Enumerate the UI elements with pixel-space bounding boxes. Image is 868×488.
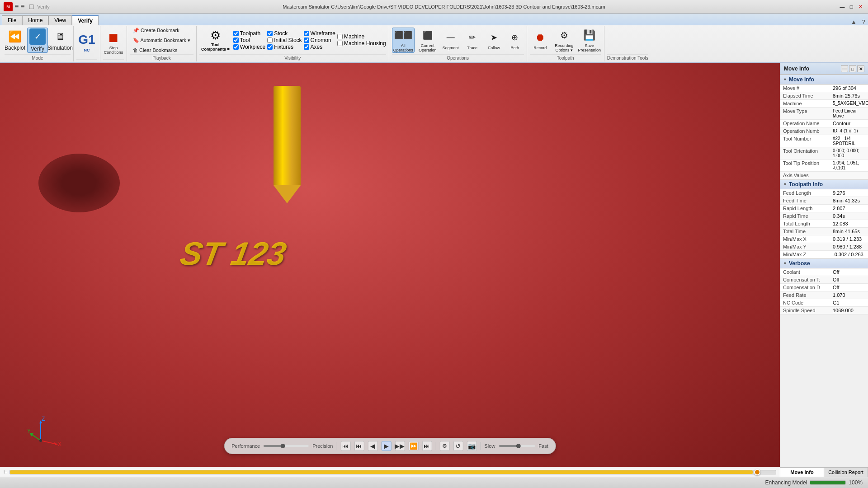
play-button[interactable]: ▶: [381, 441, 391, 451]
feed-length-row: Feed Length 9.276: [780, 189, 868, 197]
window-title: Mastercam Simulator C:\Users\tim\Google …: [50, 4, 838, 9]
checkbox-workpiece[interactable]: Workpiece: [233, 44, 265, 50]
move-number-row: Move # 296 of 304: [780, 84, 868, 92]
verbose-section-header[interactable]: ▼ Verbose: [780, 258, 868, 268]
checkbox-axes[interactable]: Axes: [304, 44, 335, 50]
speed-thumb[interactable]: [516, 444, 521, 448]
minmax-y-row: Min/Max Y 0.980 / 1.288: [780, 243, 868, 251]
checkbox-tool[interactable]: Tool: [233, 37, 265, 43]
clear-bookmarks-button[interactable]: 🗑 Clear Bookmarks: [130, 46, 180, 54]
separator1: [336, 442, 337, 450]
camera-button[interactable]: 📷: [467, 441, 476, 451]
rapid-time-row: Rapid Time 0.34s: [780, 212, 868, 220]
svg-point-20: [39, 439, 42, 442]
simulation-button[interactable]: 🖥 Simulation: [50, 28, 71, 53]
panel-float-button[interactable]: □: [849, 65, 856, 72]
follow-button[interactable]: ➤ Follow: [484, 28, 504, 53]
visibility-group-label: Visibility: [199, 54, 386, 61]
auto-bookmark-button[interactable]: 🔖 Automatic Bookmark ▾: [130, 36, 193, 45]
viewport[interactable]: ST 123 Z Y X Performance Precision: [0, 63, 780, 477]
stop-group-label: [103, 59, 124, 61]
checkbox-initial-stock[interactable]: Initial Stock: [267, 37, 302, 43]
trace-button[interactable]: ✏ Trace: [462, 28, 482, 53]
all-operations-button[interactable]: ⬛⬛ AllOperations: [392, 28, 415, 53]
forward-end-button[interactable]: ⏭: [422, 441, 432, 451]
right-panel-header: Move Info — □ ✕: [780, 63, 868, 75]
app-logo: M: [4, 2, 13, 11]
panel-close-button[interactable]: ✕: [857, 65, 864, 72]
checkbox-gnomon[interactable]: Gnomon: [304, 37, 335, 43]
record-button[interactable]: ⏺ Record: [530, 28, 551, 53]
recording-options-button[interactable]: ⚙ RecordingOptions ▾: [552, 28, 576, 53]
checkbox-machine[interactable]: Machine: [337, 33, 386, 40]
hole-left: [38, 154, 120, 212]
progress-track[interactable]: [9, 470, 776, 474]
rewind-button[interactable]: ⏮: [354, 441, 364, 451]
demo-tools-group-label: Demonstration Tools: [607, 54, 648, 61]
move-info-section-label: Move Info: [789, 76, 814, 83]
operations-group-label: Operations: [392, 54, 524, 61]
tab-verify[interactable]: Verify: [72, 15, 99, 25]
ribbon-group-gc: G1 NC: [74, 26, 100, 61]
enhancing-track: [810, 480, 846, 485]
enhancing-label: Enhancing Model: [765, 479, 807, 486]
bottom-tabs: Move Info Collision Report: [780, 467, 868, 477]
stop-conditions-button[interactable]: ⏹ StopConditions: [103, 30, 124, 55]
performance-thumb[interactable]: [281, 444, 285, 448]
backplot-icon: ⏪: [8, 29, 22, 44]
speed-slider[interactable]: [499, 445, 535, 447]
ribbon-help[interactable]: ?: [859, 19, 868, 25]
backplot-button[interactable]: ⏪ Backplot: [5, 28, 25, 53]
elapsed-time-row: Elapsed Time 8min 25.76s: [780, 92, 868, 100]
loop-button[interactable]: ↺: [453, 441, 463, 451]
statusbar: Enhancing Model 100%: [0, 477, 868, 488]
ribbon-group-mode: ⏪ Backplot ✓ Verify 🖥 Simulation Mode: [2, 26, 74, 61]
step-forward-button[interactable]: ▶▶: [395, 441, 405, 451]
feed-rate-row: Feed Rate 1.070: [780, 291, 868, 299]
tool-settings-button[interactable]: ⚙: [439, 441, 449, 451]
minmax-z-row: Min/Max Z -0.302 / 0.263: [780, 251, 868, 258]
progress-bar-container[interactable]: ⊢: [0, 467, 780, 477]
performance-slider[interactable]: [264, 445, 309, 447]
tab-view[interactable]: View: [48, 15, 72, 25]
checkbox-machine-housing[interactable]: Machine Housing: [337, 40, 386, 47]
checkbox-stock[interactable]: Stock: [267, 30, 302, 37]
step-back-button[interactable]: ◀: [368, 441, 377, 451]
ribbon-collapse[interactable]: ▲: [848, 19, 859, 25]
tab-move-info[interactable]: Move Info: [780, 468, 824, 477]
verbose-triangle: ▼: [783, 261, 787, 266]
forward-button[interactable]: ⏩: [408, 441, 418, 451]
performance-label: Performance: [231, 443, 260, 449]
save-presentation-button[interactable]: 💾 SavePresentation: [578, 28, 601, 53]
minimize-button[interactable]: —: [838, 3, 846, 11]
tab-collision-report[interactable]: Collision Report: [824, 468, 868, 477]
ribbon-group-toolpath: ⏺ Record ⚙ RecordingOptions ▾ 💾 SavePres…: [527, 26, 604, 61]
toolpath-triangle: ▼: [783, 182, 787, 187]
ribbon-content: ⏪ Backplot ✓ Verify 🖥 Simulation Mode G1: [0, 25, 868, 62]
checkbox-wireframe[interactable]: Wireframe: [304, 30, 335, 37]
toolpath-info-section-header[interactable]: ▼ Toolpath Info: [780, 179, 868, 189]
close-button[interactable]: ✕: [856, 3, 864, 11]
tool-tip-position-row: Tool Tip Position 1.094; 1.051; -0.101: [780, 160, 868, 172]
both-button[interactable]: ⊕ Both: [506, 28, 524, 53]
tool-components-icon: ⚙: [210, 28, 221, 42]
toolpath-info-rows: Feed Length 9.276 Feed Time 8min 41.32s …: [780, 189, 868, 258]
segment-button[interactable]: — Segment: [441, 28, 461, 53]
tool-components-button[interactable]: ⚙ ToolComponents =: [199, 28, 231, 52]
current-operation-button[interactable]: ⬛ CurrentOperation: [416, 28, 439, 53]
progress-thumb[interactable]: [754, 469, 760, 475]
svg-line-17: [41, 441, 57, 444]
g1-button[interactable]: G1 NC: [76, 30, 97, 55]
checkbox-fixtures[interactable]: Fixtures: [267, 44, 302, 50]
tab-home[interactable]: Home: [22, 15, 48, 25]
maximize-button[interactable]: □: [847, 3, 855, 11]
window-controls[interactable]: — □ ✕: [838, 3, 864, 11]
tab-file[interactable]: File: [2, 15, 22, 25]
create-bookmark-button[interactable]: 📌 Create Bookmark: [130, 26, 183, 35]
rewind-start-button[interactable]: ⏮: [340, 441, 350, 451]
tool-tip: [274, 185, 301, 203]
move-info-section-header[interactable]: ▼ Move Info: [780, 75, 868, 84]
panel-minimize-button[interactable]: —: [841, 65, 848, 72]
checkbox-toolpath[interactable]: Toolpath: [233, 30, 265, 37]
verify-button[interactable]: ✓ Verify: [27, 28, 48, 53]
